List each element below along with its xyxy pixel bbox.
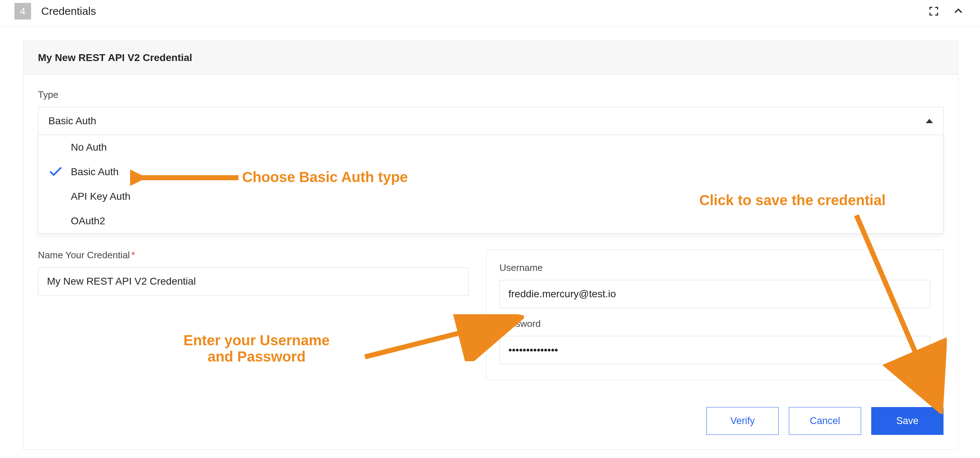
cancel-button[interactable]: Cancel xyxy=(789,407,861,435)
type-select[interactable]: Basic Auth xyxy=(38,107,943,135)
section-title: Credentials xyxy=(41,5,96,17)
type-label: Type xyxy=(38,89,943,100)
type-option-label: API Key Auth xyxy=(71,191,130,202)
type-option-label: No Auth xyxy=(71,142,107,153)
type-option-basic-auth[interactable]: Basic Auth xyxy=(38,160,943,184)
type-dropdown: No Auth Basic Auth API Key Auth xyxy=(38,135,943,234)
username-input[interactable] xyxy=(500,280,930,308)
panel-title: My New REST API V2 Credential xyxy=(24,41,958,75)
password-input[interactable] xyxy=(500,336,930,364)
credential-panel: My New REST API V2 Credential Type Basic… xyxy=(23,41,958,450)
type-option-oauth2[interactable]: OAuth2 xyxy=(38,209,943,233)
section-header: 4 Credentials xyxy=(0,0,980,26)
step-number-badge: 4 xyxy=(14,3,31,19)
type-option-no-auth[interactable]: No Auth xyxy=(38,135,943,160)
type-option-api-key-auth[interactable]: API Key Auth xyxy=(38,184,943,209)
verify-button[interactable]: Verify xyxy=(706,407,779,435)
fullscreen-icon[interactable] xyxy=(926,4,941,18)
caret-up-icon xyxy=(926,119,933,123)
password-label: Password xyxy=(500,318,930,329)
name-credential-label: Name Your Credential* xyxy=(38,250,469,261)
type-option-label: Basic Auth xyxy=(71,166,119,178)
credentials-box: Username Password xyxy=(486,250,943,380)
type-selected-value: Basic Auth xyxy=(48,115,96,127)
check-icon xyxy=(49,167,62,177)
name-credential-input[interactable] xyxy=(38,267,469,296)
collapse-icon[interactable] xyxy=(951,4,966,18)
type-option-label: OAuth2 xyxy=(71,215,105,227)
save-button[interactable]: Save xyxy=(871,407,943,435)
username-label: Username xyxy=(500,262,930,274)
